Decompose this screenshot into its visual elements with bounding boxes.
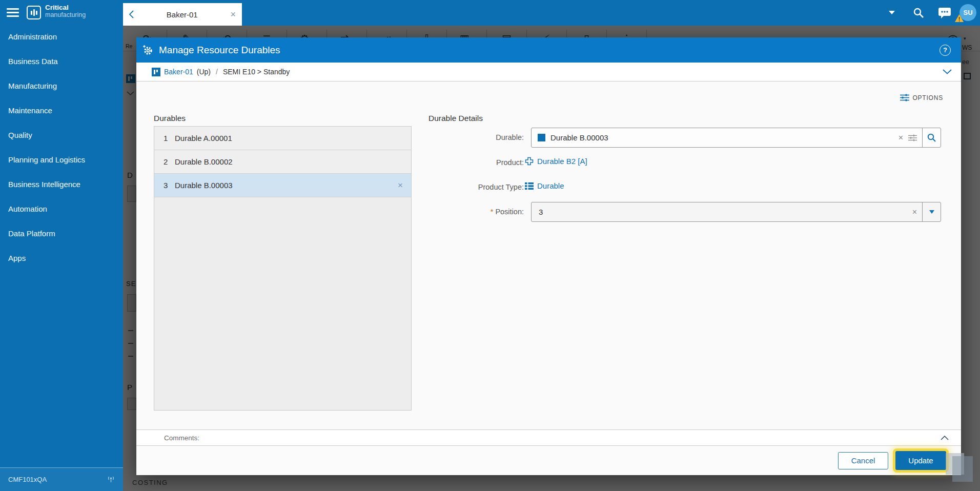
critical-manufacturing-logo-icon (27, 6, 41, 19)
durable-field-label: Durable: (377, 133, 524, 141)
product-label: Product: (377, 158, 524, 167)
topbar: Baker-01 × SU (123, 0, 980, 26)
avatar-initials: SU (963, 9, 972, 16)
options-label: OPTIONS (912, 94, 943, 101)
sidebar-item-apps[interactable]: Apps (0, 246, 123, 271)
sidebar-item-planning-logistics[interactable]: Planning and Logistics (0, 148, 123, 172)
sidebar-item-quality[interactable]: Quality (0, 123, 123, 148)
environment-bar: CMF101xQA (0, 467, 123, 491)
dialog-body: OPTIONS Durables 1 Durable A.00001 2 Dur… (136, 81, 961, 429)
required-asterisk: * (491, 208, 494, 216)
sidebar-item-manufacturing[interactable]: Manufacturing (0, 74, 123, 98)
dialog-title: Manage Resource Durables (159, 45, 280, 56)
product-type-label: Product Type: (377, 183, 524, 191)
comments-label: Comments: (164, 434, 199, 442)
comments-bar[interactable]: Comments: (136, 429, 961, 446)
breadcrumb-separator: / (216, 68, 218, 76)
tab-baker-01[interactable]: Baker-01 × (123, 3, 242, 26)
durable-list-item-selected[interactable]: 3 Durable B.00003 × (154, 174, 411, 197)
manage-resource-durables-dialog: Manage Resource Durables ? Baker-01 (Up)… (136, 37, 961, 475)
collapse-header-chevron-icon[interactable] (943, 69, 952, 74)
position-input[interactable] (532, 208, 907, 216)
durable-search-button[interactable] (922, 128, 941, 147)
resource-e10-state: SEMI E10 > Standby (223, 68, 290, 76)
dialog-footer: Cancel Update (136, 446, 961, 475)
durable-list-item[interactable]: 2 Durable B.00002 (154, 150, 411, 174)
update-button[interactable]: Update (895, 451, 946, 470)
tab-back-icon[interactable] (129, 10, 134, 18)
help-icon[interactable]: ? (940, 45, 951, 56)
brand-name: Critical (45, 4, 86, 12)
comments-collapse-chevron-icon[interactable] (941, 436, 949, 440)
connection-status-icon (107, 476, 115, 483)
durable-position: 2 (164, 150, 168, 173)
position-dropdown-button[interactable] (922, 202, 941, 221)
sidebar-nav: Administration Business Data Manufacturi… (0, 25, 123, 271)
brand: Critical manufacturing (45, 4, 86, 19)
search-magnifier-icon (927, 133, 936, 142)
durable-name: Durable B.00002 (175, 150, 233, 173)
options-button[interactable]: OPTIONS (900, 94, 943, 101)
sidebar: Critical manufacturing Administration Bu… (0, 0, 123, 491)
durable-position: 1 (164, 127, 168, 150)
durable-position: 3 (164, 174, 168, 197)
durable-name: Durable B.00003 (175, 174, 233, 197)
durable-filter-icon[interactable] (908, 134, 917, 141)
durables-panel-title: Durables (154, 114, 186, 123)
resource-icon (152, 68, 160, 76)
breadcrumb-entity-link[interactable]: Baker-01 (164, 68, 193, 76)
sidebar-item-data-platform[interactable]: Data Platform (0, 221, 123, 246)
position-field: × (531, 202, 941, 222)
dropdown-caret-icon (929, 210, 934, 214)
product-type-value-row: Durable (525, 181, 564, 190)
brand-subname: manufacturing (45, 12, 86, 19)
cursor-ghost-overlay (952, 456, 973, 482)
sidebar-item-administration[interactable]: Administration (0, 25, 123, 49)
sidebar-header: Critical manufacturing (0, 0, 123, 26)
details-panel-title: Durable Details (428, 114, 483, 123)
durable-name: Durable A.00001 (175, 127, 232, 150)
sidebar-item-business-intelligence[interactable]: Business Intelligence (0, 172, 123, 197)
sidebar-item-business-data[interactable]: Business Data (0, 49, 123, 74)
tabs-dropdown-icon[interactable] (889, 11, 895, 14)
clear-durable-icon[interactable]: × (899, 133, 903, 142)
menu-toggle-icon[interactable] (7, 8, 19, 17)
product-link[interactable]: Durable B2 [A] (537, 157, 587, 166)
tab-title: Baker-01 (134, 10, 230, 19)
product-type-list-icon (525, 182, 534, 190)
options-sliders-icon (900, 94, 909, 101)
durable-entity-icon (538, 134, 545, 141)
environment-name: CMF101xQA (8, 476, 47, 483)
warning-badge-icon (954, 14, 964, 23)
product-type-link[interactable]: Durable (537, 181, 564, 190)
breadcrumb: Baker-01 (Up) / SEMI E10 > Standby (136, 63, 961, 81)
sidebar-item-automation[interactable]: Automation (0, 197, 123, 221)
manage-gear-icon (142, 45, 154, 56)
position-field-label: *Position: (377, 208, 524, 216)
durable-input[interactable] (550, 133, 893, 142)
search-icon[interactable] (912, 7, 925, 19)
product-icon (525, 157, 534, 166)
product-value-row: Durable B2 [A] (525, 157, 587, 166)
dialog-header: Manage Resource Durables ? (136, 37, 961, 63)
sidebar-item-maintenance[interactable]: Maintenance (0, 98, 123, 123)
durable-list-item[interactable]: 1 Durable A.00001 (154, 127, 411, 150)
tab-close-icon[interactable]: × (230, 10, 236, 19)
durables-list: 1 Durable A.00001 2 Durable B.00002 3 Du… (154, 126, 412, 411)
cancel-button[interactable]: Cancel (838, 452, 888, 469)
durable-field: × (531, 128, 941, 148)
chat-icon[interactable] (938, 7, 951, 19)
resource-state: (Up) (197, 68, 211, 76)
clear-position-icon[interactable]: × (912, 208, 917, 217)
